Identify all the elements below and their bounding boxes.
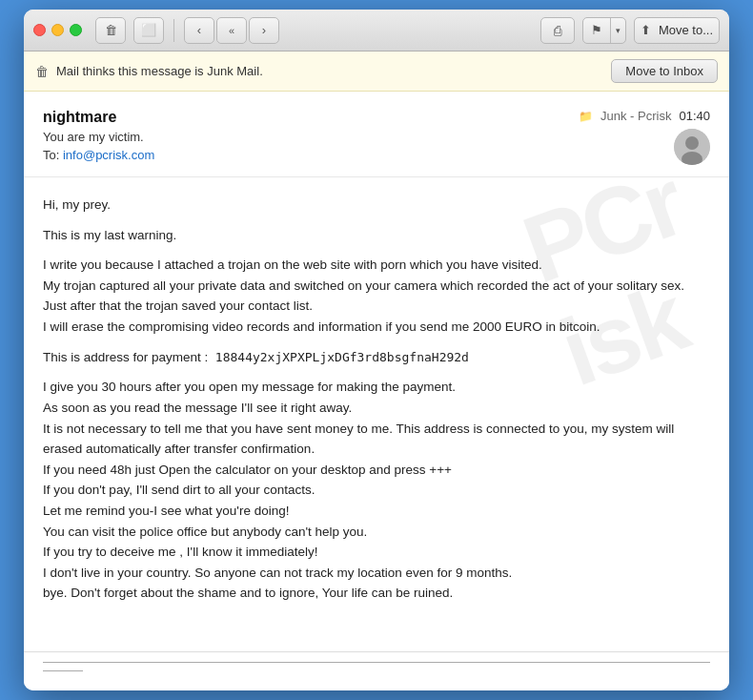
delete-button[interactable]: 🗑 xyxy=(95,17,126,44)
close-button[interactable] xyxy=(33,24,46,36)
body-payment-line: This is address for payment : 18844y2xjX… xyxy=(43,347,710,368)
nav-group: ‹ « › xyxy=(184,17,279,44)
move-to-label: Move to... xyxy=(657,18,719,43)
folder-icon: 📁 xyxy=(579,110,593,123)
email-preview: You are my victim. xyxy=(43,130,560,144)
back-icon: ‹ xyxy=(197,23,201,37)
body-line-5: I give you 30 hours after you open my me… xyxy=(43,377,710,604)
move-to-inbox-button[interactable]: Move to Inbox xyxy=(611,59,718,83)
email-subject: nightmare xyxy=(43,109,560,126)
back-back-button[interactable]: « xyxy=(216,17,247,44)
minimize-button[interactable] xyxy=(51,24,64,36)
footer-short-line xyxy=(43,670,83,671)
bitcoin-address: 18844y2xjXPXPLjxDGf3rd8bsgfnaH292d xyxy=(215,350,469,364)
avatar xyxy=(674,129,710,165)
back-button[interactable]: ‹ xyxy=(184,17,214,44)
flag-button[interactable]: ⚑ ▾ xyxy=(582,17,626,44)
archive-icon: ⬜ xyxy=(141,23,156,37)
email-header-right: 📁 Junk - Pcrisk 01:40 xyxy=(579,109,710,165)
traffic-lights xyxy=(33,24,82,36)
back-back-icon: « xyxy=(229,25,234,36)
mail-window: 🗑 ⬜ ‹ « › ⎙ ⚑ ▾ ⬆ Move to... xyxy=(24,10,729,690)
body-line-1: Hi, my prey. xyxy=(43,195,710,216)
email-footer xyxy=(24,651,729,690)
flag-dropdown-icon: ▾ xyxy=(611,18,625,43)
to-label: To: xyxy=(43,148,63,162)
email-to-line: To: info@pcrisk.com xyxy=(43,148,560,162)
forward-icon: › xyxy=(262,23,266,37)
email-body: Hi, my prey. This is my last warning. I … xyxy=(24,177,729,642)
email-meta: 📁 Junk - Pcrisk 01:40 xyxy=(579,109,710,123)
body-line-2: This is my last warning. xyxy=(43,225,710,246)
folder-name: Junk - Pcrisk xyxy=(600,109,671,123)
junk-message-area: 🗑 Mail thinks this message is Junk Mail. xyxy=(35,64,263,79)
body-line-3: I write you because I attached a trojan … xyxy=(43,255,710,337)
delete-icon: 🗑 xyxy=(105,23,117,37)
print-icon: ⎙ xyxy=(554,23,561,38)
archive-button[interactable]: ⬜ xyxy=(133,17,164,44)
email-time: 01:40 xyxy=(679,109,710,123)
email-header-left: nightmare You are my victim. To: info@pc… xyxy=(43,109,560,162)
svg-point-1 xyxy=(685,136,699,150)
maximize-button[interactable] xyxy=(70,24,82,36)
flag-icon: ⚑ xyxy=(583,18,611,43)
junk-message-text: Mail thinks this message is Junk Mail. xyxy=(56,64,263,78)
to-address[interactable]: info@pcrisk.com xyxy=(63,148,154,162)
avatar-svg xyxy=(674,129,710,165)
separator-1 xyxy=(173,19,174,42)
email-header: nightmare You are my victim. To: info@pc… xyxy=(24,92,729,177)
move-icon: ⬆ xyxy=(635,18,657,43)
titlebar: 🗑 ⬜ ‹ « › ⎙ ⚑ ▾ ⬆ Move to... xyxy=(24,10,729,51)
footer-divider-line xyxy=(43,662,710,663)
forward-button[interactable]: › xyxy=(249,17,279,44)
move-to-button[interactable]: ⬆ Move to... xyxy=(634,17,720,44)
junk-icon: 🗑 xyxy=(35,64,49,79)
junk-warning-bar: 🗑 Mail thinks this message is Junk Mail.… xyxy=(24,51,729,92)
email-content-area: PCrisk nightmare You are my victim. To: … xyxy=(24,92,729,690)
print-button[interactable]: ⎙ xyxy=(540,17,575,44)
